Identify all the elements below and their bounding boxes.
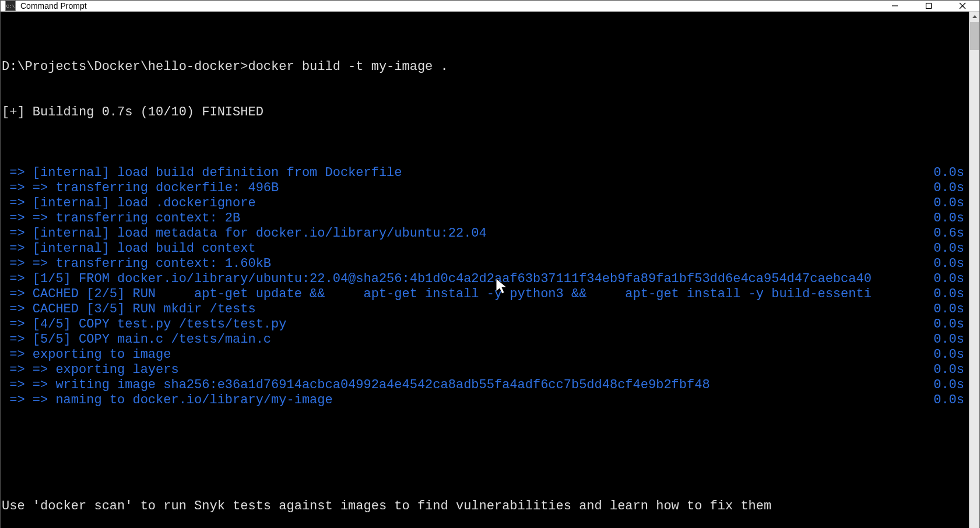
build-step-time: 0.0s xyxy=(933,196,968,211)
scrollbar-track[interactable] xyxy=(970,22,979,528)
client-area: D:\Projects\Docker\hello-docker>docker b… xyxy=(1,12,979,528)
build-step-text: => => transferring context: 2B xyxy=(2,211,933,226)
build-step-line: => [internal] load build definition from… xyxy=(2,166,968,181)
build-step-time: 0.0s xyxy=(933,317,968,332)
blank-line xyxy=(2,453,968,469)
window-title: Command Prompt xyxy=(20,1,87,10)
build-step-time: 0.0s xyxy=(933,287,968,302)
build-step-text: => [internal] load metadata for docker.i… xyxy=(2,226,933,241)
prompt-line: D:\Projects\Docker\hello-docker>docker b… xyxy=(2,59,968,75)
chevron-up-icon xyxy=(972,14,978,20)
maximize-icon xyxy=(925,2,932,9)
maximize-button[interactable] xyxy=(912,1,946,11)
titlebar[interactable]: Command Prompt xyxy=(1,1,979,12)
build-step-time: 0.0s xyxy=(933,166,968,181)
build-step-time: 0.6s xyxy=(933,226,968,241)
minimize-button[interactable] xyxy=(878,1,912,11)
build-step-line: => [internal] load build context0.0s xyxy=(2,241,968,256)
svg-rect-1 xyxy=(926,3,932,9)
build-step-text: => [4/5] COPY test.py /tests/test.py xyxy=(2,317,933,332)
build-step-line: => => writing image sha256:e36a1d76914ac… xyxy=(2,378,968,393)
build-step-time: 0.0s xyxy=(933,362,968,378)
build-step-text: => [internal] load build definition from… xyxy=(2,166,933,181)
terminal-output[interactable]: D:\Projects\Docker\hello-docker>docker b… xyxy=(1,12,969,528)
cmd-icon xyxy=(5,1,16,11)
window-controls xyxy=(878,1,979,11)
build-step-text: => [internal] load build context xyxy=(2,241,933,256)
build-step-time: 0.0s xyxy=(933,272,968,287)
build-step-text: => => transferring dockerfile: 496B xyxy=(2,181,933,196)
build-step-text: => CACHED [2/5] RUN apt-get update && ap… xyxy=(2,287,933,302)
vertical-scrollbar[interactable] xyxy=(969,12,979,528)
build-step-text: => => writing image sha256:e36a1d76914ac… xyxy=(2,378,933,393)
build-step-text: => [1/5] FROM docker.io/library/ubuntu:2… xyxy=(2,272,933,287)
build-step-line: => => transferring context: 1.60kB0.0s xyxy=(2,256,968,272)
build-step-line: => [internal] load metadata for docker.i… xyxy=(2,226,968,241)
minimize-icon xyxy=(891,2,898,9)
scrollbar-thumb[interactable] xyxy=(970,22,979,50)
build-step-text: => => exporting layers xyxy=(2,362,933,378)
build-step-line: => exporting to image0.0s xyxy=(2,347,968,362)
close-icon xyxy=(959,2,966,9)
scroll-up-button[interactable] xyxy=(970,12,979,22)
build-step-time: 0.0s xyxy=(933,256,968,272)
build-step-line: => [5/5] COPY main.c /tests/main.c0.0s xyxy=(2,332,968,347)
build-header-line: [+] Building 0.7s (10/10) FINISHED xyxy=(2,105,968,120)
build-step-text: => exporting to image xyxy=(2,347,933,362)
build-step-time: 0.0s xyxy=(933,241,968,256)
build-header: [+] Building 0.7s (10/10) FINISHED xyxy=(2,105,264,120)
command-prompt-window: Command Prompt D:\Projects\Docker\hello-… xyxy=(0,0,980,528)
command-text: docker build -t my-image . xyxy=(248,59,448,75)
scan-hint: Use 'docker scan' to run Snyk tests agai… xyxy=(2,499,771,514)
scan-hint-line: Use 'docker scan' to run Snyk tests agai… xyxy=(2,499,968,514)
build-step-line: => => naming to docker.io/library/my-ima… xyxy=(2,393,968,408)
build-step-line: => => exporting layers0.0s xyxy=(2,362,968,378)
build-step-text: => [5/5] COPY main.c /tests/main.c xyxy=(2,332,933,347)
build-step-line: => CACHED [3/5] RUN mkdir /tests0.0s xyxy=(2,302,968,317)
build-step-time: 0.0s xyxy=(933,181,968,196)
build-step-text: => => transferring context: 1.60kB xyxy=(2,256,933,272)
build-step-line: => CACHED [2/5] RUN apt-get update && ap… xyxy=(2,287,968,302)
build-step-line: => [1/5] FROM docker.io/library/ubuntu:2… xyxy=(2,272,968,287)
build-step-line: => [internal] load .dockerignore0.0s xyxy=(2,196,968,211)
build-step-text: => [internal] load .dockerignore xyxy=(2,196,933,211)
build-step-time: 0.0s xyxy=(933,302,968,317)
build-step-time: 0.0s xyxy=(933,378,968,393)
prompt-text: D:\Projects\Docker\hello-docker> xyxy=(2,59,248,75)
build-step-time: 0.0s xyxy=(933,347,968,362)
build-step-time: 0.0s xyxy=(933,211,968,226)
build-step-text: => CACHED [3/5] RUN mkdir /tests xyxy=(2,302,933,317)
build-step-line: => => transferring context: 2B0.0s xyxy=(2,211,968,226)
build-step-time: 0.0s xyxy=(933,332,968,347)
build-step-time: 0.0s xyxy=(933,393,968,408)
build-step-line: => [4/5] COPY test.py /tests/test.py0.0s xyxy=(2,317,968,332)
close-button[interactable] xyxy=(946,1,979,11)
build-step-text: => => naming to docker.io/library/my-ima… xyxy=(2,393,933,408)
build-step-line: => => transferring dockerfile: 496B0.0s xyxy=(2,181,968,196)
